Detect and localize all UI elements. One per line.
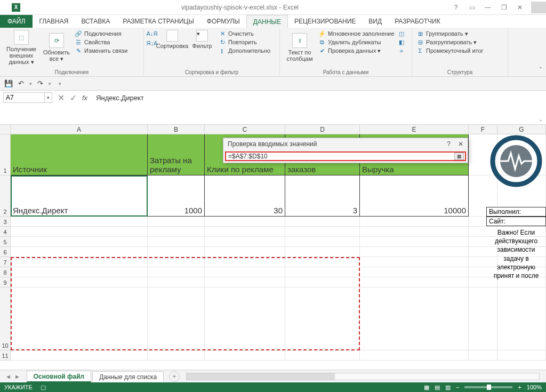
text-to-columns-button[interactable]: ⫴Текст по столбцам [284, 30, 315, 65]
name-box[interactable]: A7 [3, 92, 45, 103]
row-head-2[interactable]: 2 [0, 175, 11, 217]
data-validation-button[interactable]: ✔Проверка данных ▾ [318, 47, 395, 54]
col-head-f[interactable]: F [469, 125, 497, 134]
insert-function-icon[interactable]: fx [82, 94, 87, 102]
cell-a1[interactable]: Источник [11, 134, 148, 175]
row-head-1[interactable]: 1 [0, 134, 11, 175]
close-icon[interactable]: ✕ [512, 1, 528, 14]
col-head-g[interactable]: G [497, 125, 546, 134]
horizontal-scrollbar[interactable] [186, 373, 540, 380]
row-head-3[interactable]: 3 [0, 217, 11, 227]
cell-a3[interactable] [11, 217, 148, 227]
collapse-ribbon-icon[interactable]: ˆ [540, 67, 542, 74]
cell-a7[interactable] [11, 257, 148, 267]
dialog-help-icon[interactable]: ? [447, 140, 451, 148]
redo-icon[interactable]: ↷ [37, 79, 43, 87]
connections-button[interactable]: 🔗Подключения [75, 30, 127, 37]
consolidate-button[interactable]: ◫ [398, 30, 405, 37]
data-validation-dialog[interactable]: Проверка вводимых значений ? ✕ =$A$7:$D$… [223, 138, 468, 163]
restore-icon[interactable]: ❐ [496, 1, 512, 14]
tab-developer[interactable]: РАЗРАБОТЧИК [388, 15, 447, 28]
row-head-9[interactable]: 9 [0, 277, 11, 287]
undo-icon[interactable]: ↶ [18, 79, 24, 87]
tab-home[interactable]: ГЛАВНАЯ [33, 15, 75, 28]
cell-d2[interactable]: 3 [285, 175, 360, 217]
subtotal-button[interactable]: ΣПромежуточный итог [416, 47, 484, 54]
edit-links-button[interactable]: ✎Изменить связи [75, 47, 127, 54]
row-head-4[interactable]: 4 [0, 227, 11, 237]
tab-view[interactable]: ВИД [362, 15, 388, 28]
view-normal-icon[interactable]: ▦ [424, 384, 429, 391]
name-box-dropdown[interactable]: ▾ [45, 92, 52, 103]
cell-b1[interactable]: Затраты на рекламу [148, 134, 205, 175]
range-collapse-icon[interactable]: ▦ [454, 153, 464, 160]
whatif-button[interactable]: ◧ [398, 38, 405, 46]
validation-source-input[interactable]: =$A$7:$D$10 ▦ [225, 151, 466, 161]
formula-input[interactable]: Яндекс.Директ [93, 92, 543, 103]
cell-c2[interactable]: 30 [205, 175, 285, 217]
zoom-slider[interactable] [464, 386, 512, 388]
tab-formulas[interactable]: ФОРМУЛЫ [200, 15, 246, 28]
flash-fill-button[interactable]: ⚡Мгновенное заполнение [318, 30, 395, 37]
filter-button[interactable]: ▾Фильтр [189, 30, 215, 49]
zoom-in-icon[interactable]: + [518, 384, 521, 390]
tab-pagelayout[interactable]: РАЗМЕТКА СТРАНИЦЫ [116, 15, 200, 28]
dialog-close-icon[interactable]: ✕ [458, 140, 463, 148]
tab-file[interactable]: ФАЙЛ [0, 15, 33, 28]
sort-za-button[interactable]: Я↓А [148, 39, 156, 47]
col-head-a[interactable]: A [11, 125, 148, 134]
expand-formula-bar-icon[interactable]: ⌄ [539, 116, 543, 122]
view-pagelayout-icon[interactable]: ▤ [435, 384, 440, 391]
group-rows-button[interactable]: ⊞Группировать ▾ [416, 30, 484, 37]
sort-az-button[interactable]: А↓Я [148, 30, 156, 37]
ribbon-display-icon[interactable]: ▭ [464, 1, 480, 14]
properties-button[interactable]: ☰Свойства [75, 38, 127, 46]
zoom-level[interactable]: 100% [527, 384, 542, 390]
col-head-b[interactable]: B [148, 125, 205, 134]
view-pagebreak-icon[interactable]: ▥ [445, 384, 451, 391]
tab-data[interactable]: ДАННЫЕ [246, 15, 288, 28]
col-head-c[interactable]: C [205, 125, 285, 134]
refresh-all-button[interactable]: ⟳Обновить все ▾ [42, 30, 71, 65]
tab-review[interactable]: РЕЦЕНЗИРОВАНИЕ [288, 15, 362, 28]
new-sheet-button[interactable]: + [169, 371, 180, 382]
select-all-corner[interactable] [0, 125, 11, 134]
enter-formula-icon[interactable]: ✓ [70, 93, 77, 103]
row-head-8[interactable]: 8 [0, 267, 11, 277]
dialog-title: Проверка вводимых значений [228, 140, 317, 148]
help-icon[interactable]: ? [448, 1, 464, 14]
reapply-button[interactable]: ↻Повторить [219, 38, 270, 46]
row-head-6[interactable]: 6 [0, 247, 11, 257]
undo-dropdown-icon[interactable]: ▾ [29, 81, 32, 86]
row-head-10[interactable]: 10 [0, 287, 11, 350]
sheet-tab-listdata[interactable]: Данные для списка [92, 371, 164, 382]
remove-duplicates-button[interactable]: ⧉Удалить дубликаты [318, 38, 395, 46]
relationships-button[interactable]: ∝ [398, 47, 405, 54]
col-head-d[interactable]: D [285, 125, 360, 134]
clear-filter-button[interactable]: ✕Очистить [219, 30, 270, 37]
advanced-filter-button[interactable]: ⫿Дополнительно [219, 47, 270, 54]
row-head-7[interactable]: 7 [0, 257, 11, 267]
cancel-formula-icon[interactable]: ✕ [58, 93, 65, 103]
cell-b2[interactable]: 1000 [148, 175, 205, 217]
row-head-11[interactable]: 11 [0, 350, 11, 361]
minimize-icon[interactable]: — [480, 1, 496, 14]
account-avatar[interactable] [531, 2, 546, 13]
sheet-tab-main[interactable]: Основной файл [27, 371, 91, 382]
ungroup-rows-button[interactable]: ⊟Разгруппировать ▾ [416, 38, 484, 46]
save-icon[interactable]: 💾 [4, 79, 13, 87]
cell-a2[interactable]: Яндекс.Директ [11, 175, 148, 217]
tab-insert[interactable]: ВСТАВКА [75, 15, 116, 28]
qat-customize-icon[interactable]: ▾ [59, 81, 61, 86]
sheet-tab-bar: ◄ ► Основной файл Данные для списка + [0, 370, 546, 382]
sort-button[interactable]: Сортировка [159, 30, 186, 49]
sheet-nav-last-icon[interactable]: ► [14, 373, 20, 380]
row-head-5[interactable]: 5 [0, 237, 11, 247]
get-external-data-button[interactable]: ⬚Получение внешних данных ▾ [4, 30, 38, 65]
redo-dropdown-icon[interactable]: ▾ [49, 81, 51, 86]
macro-record-icon[interactable]: ▢ [41, 384, 46, 390]
sheet-nav-first-icon[interactable]: ◄ [5, 373, 11, 380]
zoom-out-icon[interactable]: − [456, 384, 459, 390]
cell-e2[interactable]: 10000 [360, 175, 469, 217]
col-head-e[interactable]: E [360, 125, 469, 134]
